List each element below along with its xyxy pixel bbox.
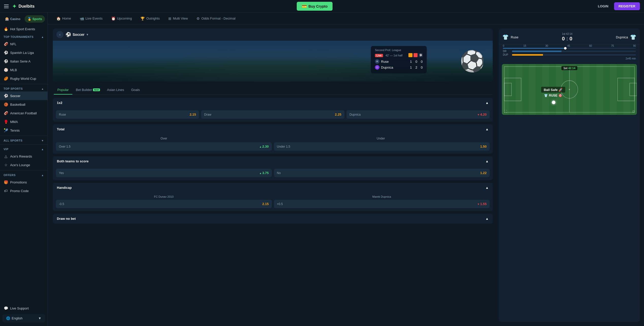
- colon: :: [566, 36, 568, 42]
- live-icon: 📹: [80, 17, 84, 21]
- field-svg: [502, 64, 637, 115]
- bet-builder-label: Bet Builder: [76, 88, 92, 92]
- vip-header[interactable]: VIP ▲: [0, 146, 47, 152]
- field-team-name: RUSE: [549, 94, 557, 97]
- bet-over-1-5[interactable]: Over 1.5 ▲2.30: [56, 142, 272, 151]
- sidebar-basketball[interactable]: 🏀 Basketball: [0, 100, 47, 109]
- subnav-home[interactable]: 🏠 Home: [53, 15, 75, 22]
- tab-bet-builder[interactable]: Bet Builder New!: [72, 86, 104, 95]
- offers-header[interactable]: Offers ▲: [0, 172, 47, 178]
- sidebar-aces-rewards[interactable]: △ Ace's Rewards: [0, 152, 47, 161]
- bet-draw[interactable]: Draw 2.25: [201, 110, 344, 119]
- sidebar-mlb[interactable]: ⚾ MLB: [0, 66, 47, 74]
- team1-name: R Ruse: [375, 59, 408, 64]
- team2-scores: 1 2 0: [410, 66, 423, 69]
- team2-s1: 1: [410, 66, 412, 69]
- match-banner: Second Prof. League Live 42' — 1st half …: [53, 41, 493, 82]
- support-icon: 💬: [4, 306, 8, 310]
- top-tournaments-header[interactable]: Top Tournaments ▲: [0, 33, 47, 40]
- subnav-multi-view[interactable]: ⊞ Multi View: [165, 15, 191, 22]
- handicap-chevron: ▲: [485, 186, 489, 190]
- sport-selector[interactable]: ⚽ Soccer ▼: [65, 32, 89, 37]
- sidebar-promotions[interactable]: 🎁 Promotions: [0, 178, 47, 187]
- outrights-label: Outrights: [146, 17, 160, 20]
- bet-yes[interactable]: Yes ▲3.75: [56, 169, 272, 177]
- sidebar-tabs: 🎰 Casino 🏅 Sports: [0, 13, 47, 25]
- bet-under-1-5[interactable]: Under 1.5 1.50: [274, 142, 490, 151]
- bet-ruse[interactable]: Ruse 2.15: [56, 110, 199, 119]
- bet-dupnica[interactable]: Dupnica ▼4.20: [346, 110, 490, 119]
- subnav-outrights[interactable]: 🏆 Outrights: [137, 15, 163, 22]
- trophy-icon: 🏆: [140, 17, 145, 21]
- over-label: Over 1.5: [59, 145, 71, 148]
- sidebar-tab-sports[interactable]: 🏅 Sports: [25, 15, 45, 23]
- progress-fill: [503, 48, 565, 49]
- mma-icon: 🥊: [4, 120, 8, 124]
- match-header-nav: ‹ ⚽ Soccer ▼: [53, 28, 493, 41]
- login-button[interactable]: LOGIN: [595, 3, 611, 10]
- logo[interactable]: ✦ Duelbits: [12, 3, 35, 9]
- buy-crypto-button[interactable]: 💳 Buy Crypto: [297, 2, 333, 11]
- sidebar-serie-a[interactable]: ⚽ Italian Serie A: [0, 57, 47, 66]
- hot-sport-events[interactable]: 🔥 Hot Sport Events: [0, 25, 47, 33]
- sidebar-rugby[interactable]: 🏉 Rugby World Cup: [0, 74, 47, 83]
- sidebar-live-support[interactable]: 💬 Live Support: [0, 304, 47, 313]
- language-selector[interactable]: 🌐 English ▼: [3, 314, 45, 322]
- draw-odds: 2.25: [335, 113, 341, 116]
- bet-handicap-pos[interactable]: +0.5 ▼1.55: [274, 200, 490, 208]
- mlb-label: MLB: [10, 68, 17, 72]
- grid-icon: ⊞: [168, 17, 171, 21]
- score1-val: 0: [562, 36, 565, 42]
- sidebar-la-liga[interactable]: ⚽ Spanish La Liga: [0, 48, 47, 57]
- dup-bar-row: DUP: [503, 53, 636, 56]
- total-title: Total: [57, 127, 64, 131]
- bet-no[interactable]: No 1.22: [274, 169, 490, 177]
- marek-dupnica-label: Marek Dupnica: [274, 195, 490, 198]
- offers-label: Offers: [4, 174, 16, 177]
- tab-asian-lines[interactable]: Asian Lines: [104, 86, 128, 95]
- ball-position: [552, 101, 555, 104]
- chevron-up-icon: ▲: [41, 36, 44, 38]
- tennis-label: Tennis: [10, 129, 20, 132]
- tab-popular[interactable]: Popular: [54, 86, 72, 95]
- topnav-left: ✦ Duelbits: [4, 3, 35, 9]
- handicap-header[interactable]: Handicap ▲: [53, 183, 493, 193]
- top-sports-header[interactable]: Top Sports ▲: [0, 85, 47, 91]
- sidebar-promo-code[interactable]: 🏷 Promo Code: [0, 187, 47, 195]
- match-time: 42' — 1st half: [386, 54, 403, 57]
- soccer-icon-1: ⚽: [4, 51, 8, 55]
- dr-label: DR: [503, 50, 510, 53]
- dnb-chevron: ▲: [485, 217, 489, 221]
- handicap-neg-label: -0.5: [59, 202, 64, 206]
- sub-indicator: ⚽: [419, 53, 423, 57]
- bet-section-1x2: 1x2 ▲ Ruse 2.15 Draw 2.25: [53, 98, 493, 122]
- draw-label: Draw: [204, 113, 211, 116]
- subnav-upcoming[interactable]: ⏰ Upcoming: [108, 15, 136, 22]
- sidebar-soccer[interactable]: ⚽ Soccer: [0, 91, 47, 100]
- back-button[interactable]: ‹: [56, 31, 63, 38]
- hamburger-icon[interactable]: [4, 5, 9, 8]
- dnb-header[interactable]: Draw no bet ▲: [53, 214, 493, 224]
- bet-handicap-neg[interactable]: -0.5 2.15: [56, 200, 272, 208]
- sidebar-aces-lounge[interactable]: ☆ Ace's Lounge: [0, 161, 47, 169]
- sports-label: Sports: [32, 17, 42, 21]
- register-button[interactable]: REGISTER: [614, 2, 640, 10]
- all-sports-header[interactable]: All Sports ▼: [0, 137, 47, 143]
- sidebar-tennis[interactable]: 🎾 Tennis: [0, 126, 47, 135]
- tracker-center: 1st 42:14 0 : 0: [562, 33, 572, 42]
- tab-goals[interactable]: Goals: [128, 86, 143, 95]
- sidebar-tab-casino[interactable]: 🎰 Casino: [3, 15, 23, 23]
- sidebar-nfl[interactable]: 🏈 NFL: [0, 40, 47, 48]
- upcoming-label: Upcoming: [117, 17, 132, 20]
- subnav-live-events[interactable]: 📹 Live Events: [76, 15, 106, 22]
- btts-header[interactable]: Both teams to score ▲: [53, 156, 493, 166]
- ball-safe-label: Ball Safe: [544, 88, 558, 92]
- total-header[interactable]: Total ▲: [53, 124, 493, 134]
- sidebar-american-football[interactable]: 🏈 American Football: [0, 109, 47, 117]
- chevron-up-icon-2: ▲: [41, 87, 44, 90]
- subnav-odds-format[interactable]: ⚙ Odds Format - Decimal: [193, 15, 239, 22]
- 1x2-header[interactable]: 1x2 ▲: [53, 98, 493, 108]
- home-icon: 🏠: [56, 17, 61, 21]
- sidebar-mma[interactable]: 🥊 MMA: [0, 117, 47, 126]
- team1-logo: R: [375, 59, 379, 64]
